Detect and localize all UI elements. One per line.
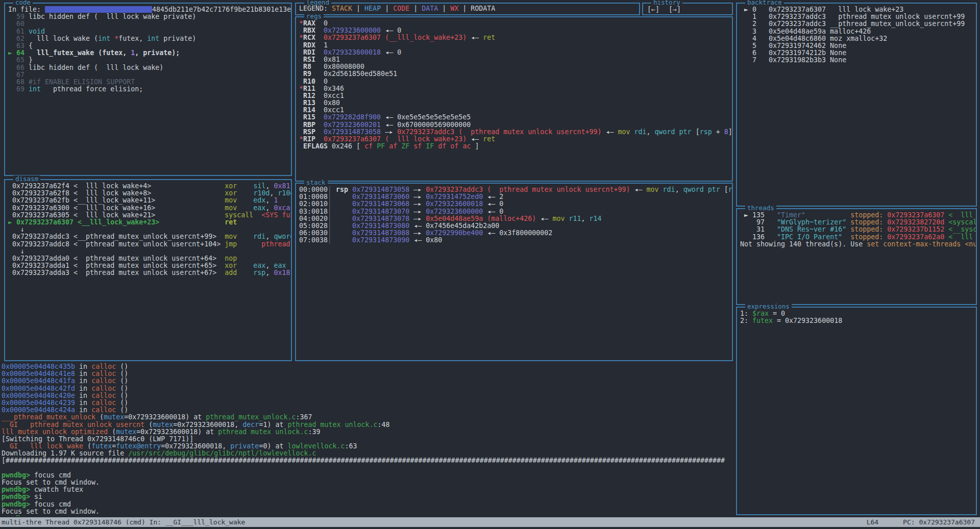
text-run: mov: [618, 129, 630, 136]
text-run: 0x7293237addc8 <__pthread_mutex_unlock_u…: [8, 241, 220, 248]
terminal-line: R12 0xcc1: [299, 92, 732, 99]
text-run: private): [159, 35, 196, 42]
terminal-line: 0x00005e04d48c4239 in calloc (): [2, 399, 731, 407]
command-output-log[interactable]: 0x00005e04d48c435b in calloc ()0x00005e0…: [2, 363, 731, 516]
text-run: rsp: [336, 186, 348, 193]
text-run: 0x00005e04d48c435b: [2, 363, 75, 370]
text-run: 0: [324, 78, 328, 85]
text-run: in: [75, 399, 91, 407]
text-run: add: [225, 269, 237, 276]
text-run: 0x7293237b1152: [887, 226, 944, 233]
text-run: IF: [426, 143, 438, 150]
terminal-line: 05:0028│ 0x729314873080 ◂— 0x7456e45da42…: [299, 222, 732, 230]
text-run: [151, 183, 225, 190]
text-run: [299, 49, 303, 56]
text-run: ◂— 0xe5e5e5e5e5e5e5e5: [381, 114, 471, 121]
registers-panel: regs *RAX 0 RBX 0x729323600000 ◂— 0*RCX …: [295, 16, 733, 182]
text-run: mov: [647, 186, 659, 193]
status-thread-info: multi-thre Thread 0x7293148746 (cmd) In:…: [2, 517, 245, 527]
text-run: rsp: [728, 186, 732, 193]
text-run: 0x729314873088: [352, 230, 409, 237]
text-run: 68: [8, 79, 29, 86]
text-run: ,: [265, 205, 274, 212]
text-run: [253, 212, 261, 219]
terminal-line: 04:0020│ 0x729314873078 —▸ 0x5e04d48ae59…: [299, 215, 732, 222]
text-run: 0xca: [274, 205, 290, 212]
text-run: :48: [378, 421, 390, 429]
text-run: 67: [8, 71, 24, 79]
terminal-line: 59 libc_hidden_def (__lll_lock_wake_priv…: [8, 13, 291, 20]
terminal-line: *RCX 0x7293237a6307 (__lll_lock_wake+23)…: [299, 34, 732, 41]
text-run: 0x7293237a6305 <__lll_lock_wake+21>: [8, 212, 155, 219]
history-forward-button[interactable]: [→]: [669, 6, 681, 14]
text-run: ◂—: [536, 215, 552, 222]
text-run: —▸: [409, 193, 426, 200]
text-run: [299, 99, 303, 107]
text-run: __GI___lll_lock_wake: [2, 443, 83, 450]
terminal-line: ↓: [8, 248, 291, 255]
text-run: 64: [16, 49, 29, 57]
text-run: si: [34, 493, 42, 500]
text-run: {: [29, 42, 33, 49]
terminal-line: ► 64 lll_futex_wake (futex, 1, private);: [8, 49, 291, 57]
text-run: 0x7293237addc3 (__pthread_mutex_unlock_u…: [426, 186, 630, 193]
text-run: 0x18: [274, 269, 290, 276]
text-run: futex@entry: [116, 443, 161, 450]
text-run: rsp: [253, 269, 265, 276]
terminal-line: 63 {: [8, 42, 291, 49]
threads-list: ► 135 "Timer" stopped: 0x7293237a6307 <_…: [737, 209, 976, 304]
terminal-line: __GI___pthread_mutex_unlock_usercnt (mut…: [2, 421, 731, 429]
text-run: 0x81: [274, 183, 290, 190]
text-run: R10: [303, 78, 324, 85]
text-run: r10d: [278, 190, 291, 197]
text-run: ZF: [401, 143, 413, 150]
history-back-button[interactable]: [←]: [647, 6, 659, 14]
text-run: ,: [647, 129, 655, 136]
text-run: = 0x729323600018: [773, 317, 842, 324]
text-run: edx: [253, 197, 265, 204]
text-run: [: [352, 143, 364, 150]
text-run: pthread_mutex_unlock.c: [287, 421, 377, 429]
history-panel: history [←] [→]: [642, 3, 733, 15]
text-run: │: [328, 222, 332, 230]
text-run: pwndbg>: [2, 501, 34, 508]
text-run: Focus set to cmd window.: [2, 479, 100, 486]
text-run: │: [328, 215, 332, 222]
text-run: 136: [740, 234, 777, 241]
text-run: eax: [274, 262, 286, 269]
text-run: 0x7293237a6307 <__lll_lock_wake+23>: [16, 219, 159, 226]
text-run: 2:: [740, 317, 752, 324]
text-run: R12: [303, 92, 324, 99]
text-run: mov: [225, 233, 237, 240]
text-run: in: [75, 392, 91, 399]
terminal-line: 0x00005e04d48c424a in calloc (): [2, 407, 731, 414]
terminal-line: R13 0x80: [299, 99, 732, 107]
text-run: [286, 262, 291, 269]
text-run: sil: [253, 183, 265, 190]
text-run: ◂—: [467, 136, 483, 143]
text-run: LEGEND:: [299, 5, 332, 12]
terminal-line: R10 0: [299, 78, 732, 85]
text-run: 1: [274, 197, 278, 204]
text-run: 0x7293237addc3 <__pthread_mutex_unlock_u…: [8, 233, 216, 240]
text-run: 8: [724, 129, 728, 136]
terminal-line: 6 0x72931974212b None: [740, 49, 976, 57]
text-run: [299, 129, 303, 136]
text-run: 60: [8, 20, 24, 28]
text-run: =: [112, 443, 116, 450]
text-run: [846, 219, 850, 226]
text-run: __pthread_mutex_cond_lock: [253, 241, 291, 248]
text-run: 0x729314873070: [352, 208, 409, 215]
registers-list: *RAX 0 RBX 0x729323600000 ◂— 0*RCX 0x729…: [296, 17, 732, 181]
text-run: +: [712, 129, 724, 136]
legend-panel: legend LEGEND: STACK | HEAP | CODE | DAT…: [295, 3, 640, 15]
text-run: —▸: [409, 230, 426, 237]
text-run: (: [108, 429, 116, 436]
text-run: ◂— 0x80: [409, 237, 442, 244]
text-run: —▸: [381, 129, 397, 136]
text-run: ◂— 0x3f800000002: [483, 230, 552, 237]
text-run: [151, 190, 225, 197]
text-run: R15: [303, 114, 324, 121]
text-run: [659, 186, 663, 193]
terminal-line: 0x00005e04d48c435b in calloc (): [2, 363, 731, 370]
